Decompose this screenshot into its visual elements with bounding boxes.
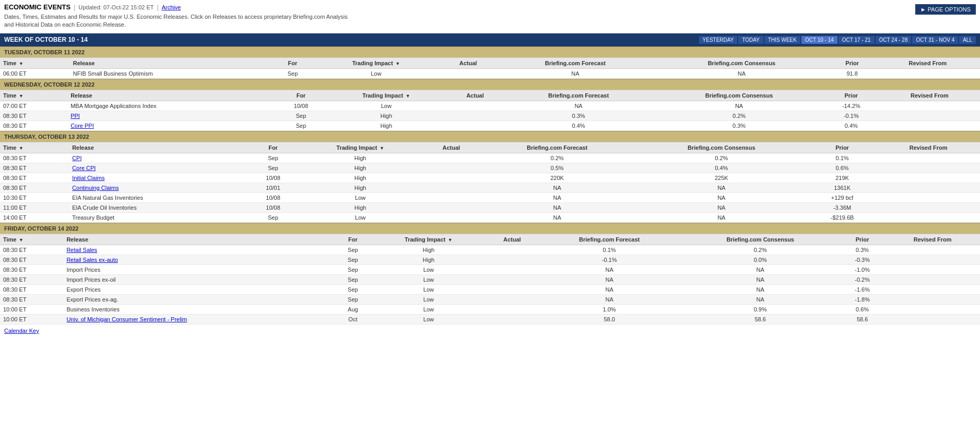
week-nav-btn-oct-17---21[interactable]: OCT 17 - 21 <box>839 36 875 44</box>
col-header-time[interactable]: Time ▼ <box>0 234 63 245</box>
archive-link[interactable]: Archive <box>162 4 181 10</box>
header-desc-line2: and Historical Data on each Economic Rel… <box>4 21 126 28</box>
col-header-trading_impact[interactable]: Trading Impact ▼ <box>312 57 440 68</box>
cell-briefing_consensus: 0.2% <box>635 153 808 163</box>
calendar-key-link[interactable]: Calendar Key <box>0 324 980 337</box>
cell-release: Export Prices <box>63 284 335 294</box>
cell-for: Sep <box>273 68 312 78</box>
sort-arrow-trading_impact: ▼ <box>446 237 452 243</box>
cell-briefing_consensus: NA <box>635 193 808 202</box>
cell-for: Sep <box>335 245 371 255</box>
cell-briefing_consensus: NA <box>655 101 823 111</box>
cell-trading_impact: Low <box>371 314 487 324</box>
cell-briefing_forecast: NA <box>479 183 635 193</box>
cell-actual <box>423 202 479 212</box>
cell-for: Aug <box>335 304 371 314</box>
cell-release[interactable]: Initial Claims <box>69 173 249 183</box>
cell-prior: 0.1% <box>808 153 877 163</box>
cell-briefing_consensus: 0.2% <box>681 245 839 255</box>
release-link[interactable]: Retail Sales <box>66 247 97 253</box>
cell-for: 10/08 <box>249 202 297 212</box>
cell-actual <box>487 284 538 294</box>
week-nav-btn-oct-24---28[interactable]: OCT 24 - 28 <box>876 36 912 44</box>
week-nav-btn-oct-31---nov-4[interactable]: OCT 31 - NOV 4 <box>912 36 958 44</box>
table-row: 10:30 ETEIA Natural Gas Inventories10/08… <box>0 193 980 202</box>
cell-release[interactable]: Continuing Claims <box>69 183 249 193</box>
col-header-release: Release <box>69 142 249 153</box>
release-link[interactable]: Core PPI <box>70 123 94 129</box>
col-header-time[interactable]: Time ▼ <box>0 57 70 68</box>
col-header-briefing_consensus: Briefing.com Consensus <box>654 57 829 68</box>
cell-trading_impact: Low <box>325 101 448 111</box>
cell-release[interactable]: CPI <box>69 153 249 163</box>
cell-for: Sep <box>249 212 297 222</box>
release-link[interactable]: Core CPI <box>72 165 96 171</box>
col-header-trading_impact[interactable]: Trading Impact ▼ <box>297 142 423 153</box>
page-title: ECONOMIC EVENTS <box>4 3 70 11</box>
release-link[interactable]: Continuing Claims <box>72 185 119 191</box>
cell-for: Oct <box>335 314 371 324</box>
col-header-time[interactable]: Time ▼ <box>0 142 69 153</box>
cell-prior: -1.6% <box>840 284 885 294</box>
col-header-trading_impact[interactable]: Trading Impact ▼ <box>325 90 448 101</box>
week-nav-btn-all[interactable]: ALL <box>959 36 976 44</box>
cell-briefing_consensus: 225K <box>635 173 808 183</box>
cell-release[interactable]: Retail Sales ex-auto <box>63 255 335 264</box>
release-link[interactable]: Retail Sales ex-auto <box>66 257 117 263</box>
col-header-briefing_consensus: Briefing.com Consensus <box>635 142 808 153</box>
calendar-key-anchor[interactable]: Calendar Key <box>4 328 39 334</box>
week-nav-btn-today[interactable]: TODAY <box>738 36 763 44</box>
table-row: 08:30 ETImport Prices ex-oilSepLowNANA-0… <box>0 274 980 284</box>
table-row: 06:00 ETNFIB Small Business OptimismSepL… <box>0 68 980 78</box>
cell-release[interactable]: Core CPI <box>69 163 249 173</box>
cell-briefing_consensus: NA <box>635 183 808 193</box>
cell-release[interactable]: Retail Sales <box>63 245 335 255</box>
cell-actual <box>487 304 538 314</box>
col-header-prior: Prior <box>808 142 877 153</box>
table-row: 10:00 ETUniv. of Michigan Consumer Senti… <box>0 314 980 324</box>
cell-trading_impact: High <box>297 153 423 163</box>
col-header-briefing_forecast: Briefing.com Forecast <box>479 142 635 153</box>
cell-briefing_forecast: NA <box>502 101 655 111</box>
cell-release[interactable]: Univ. of Michigan Consumer Sentiment - P… <box>63 314 335 324</box>
cell-release: Business Inventories <box>63 304 335 314</box>
release-link[interactable]: Univ. of Michigan Consumer Sentiment - P… <box>66 316 187 322</box>
cell-time: 08:30 ET <box>0 294 63 304</box>
cell-trading_impact: Low <box>371 274 487 284</box>
col-header-trading_impact[interactable]: Trading Impact ▼ <box>371 234 487 245</box>
events-table-day-3: Time ▼ReleaseForTrading Impact ▼ActualBr… <box>0 234 980 324</box>
cell-actual <box>487 294 538 304</box>
week-nav-btn-yesterday[interactable]: YESTERDAY <box>699 36 738 44</box>
release-link[interactable]: PPI <box>70 113 80 119</box>
cell-briefing_forecast: NA <box>479 193 635 202</box>
week-nav-buttons: YESTERDAYTODAYTHIS WEEKOCT 10 - 14OCT 17… <box>699 36 976 44</box>
week-nav-btn-this-week[interactable]: THIS WEEK <box>764 36 800 44</box>
cell-release[interactable]: Core PPI <box>67 121 277 130</box>
cell-time: 14:00 ET <box>0 212 69 222</box>
col-header-revised_from: Revised From <box>876 57 980 68</box>
page-options-button[interactable]: ► PAGE OPTIONS <box>915 4 976 15</box>
header-section: ECONOMIC EVENTS | Updated: 07-Oct-22 15:… <box>0 0 980 30</box>
release-link[interactable]: Initial Claims <box>72 175 104 181</box>
cell-revised_from <box>885 264 980 274</box>
cell-briefing_forecast: 1.0% <box>538 304 681 314</box>
col-header-briefing_consensus: Briefing.com Consensus <box>655 90 823 101</box>
col-header-time[interactable]: Time ▼ <box>0 90 67 101</box>
cell-prior: -$219.6B <box>808 212 877 222</box>
cell-trading_impact: Low <box>371 294 487 304</box>
cell-for: 10/08 <box>277 101 324 111</box>
cell-briefing_forecast: 0.5% <box>479 163 635 173</box>
cell-release: Treasury Budget <box>69 212 249 222</box>
cell-prior: 1361K <box>808 183 877 193</box>
cell-revised_from <box>876 68 980 78</box>
week-nav-btn-oct-10---14[interactable]: OCT 10 - 14 <box>801 36 837 44</box>
cell-briefing_consensus: NA <box>681 264 839 274</box>
cell-revised_from <box>879 111 980 121</box>
cell-release[interactable]: PPI <box>67 111 277 121</box>
cell-actual <box>423 193 479 202</box>
cell-prior: -14.2% <box>823 101 879 111</box>
events-table: TUESDAY, OCTOBER 11 2022Time ▼ReleaseFor… <box>0 46 980 324</box>
release-link[interactable]: CPI <box>72 155 81 161</box>
cell-time: 08:30 ET <box>0 173 69 183</box>
cell-trading_impact: High <box>297 202 423 212</box>
